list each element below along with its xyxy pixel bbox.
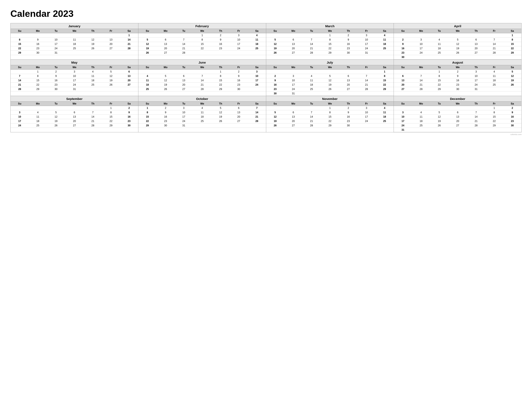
day-cell: 19 [266, 46, 284, 51]
day-cell: 14 [193, 78, 211, 83]
day-cell [248, 87, 266, 91]
day-cell: 19 [47, 119, 65, 124]
day-cell [412, 33, 430, 38]
day-cell: 22 [211, 83, 230, 87]
day-header-su: Su [11, 102, 29, 106]
day-cell: 13 [230, 110, 248, 115]
day-cell: 28 [302, 51, 321, 55]
day-cell: 15 [138, 115, 156, 119]
day-cell: 16 [339, 115, 357, 119]
day-header-sa: Sa [120, 102, 138, 106]
day-cell: 7 [302, 110, 321, 115]
day-cell: 14 [175, 42, 193, 46]
day-header-th: Th [339, 102, 357, 106]
day-cell: 13 [284, 115, 303, 119]
day-cell: 6 [156, 38, 175, 42]
day-header-sa: Sa [503, 29, 521, 33]
week-row: 1234567 [138, 106, 266, 110]
day-cell: 24 [412, 51, 430, 55]
day-cell [65, 33, 84, 38]
day-header-tu: Tu [47, 102, 65, 106]
day-cell: 8 [211, 74, 230, 78]
day-cell [65, 106, 84, 110]
day-cell [266, 33, 284, 38]
day-cell [248, 51, 266, 55]
day-cell [138, 33, 156, 38]
day-cell: 9 [29, 38, 47, 42]
day-cell: 16 [503, 115, 521, 119]
day-cell: 3 [357, 106, 376, 110]
day-cell [448, 55, 467, 59]
day-cell [266, 70, 284, 74]
day-cell: 24 [248, 83, 266, 87]
day-cell: 20 [467, 46, 485, 51]
day-header-fr: Fr [357, 65, 376, 70]
day-header-tu: Tu [430, 102, 448, 106]
day-header-su: Su [138, 65, 156, 70]
day-header-we: We [448, 102, 467, 106]
day-cell: 7 [11, 74, 29, 78]
day-cell: 4 [485, 70, 503, 74]
day-header-sa: Sa [376, 102, 394, 106]
day-cell: 11 [412, 115, 430, 119]
day-cell: 21 [175, 46, 193, 51]
day-cell: 12 [47, 115, 65, 119]
day-cell: 19 [211, 115, 230, 119]
day-cell: 20 [284, 46, 303, 51]
day-cell: 17 [357, 42, 376, 46]
day-cell: 27 [394, 87, 412, 91]
day-cell: 14 [485, 42, 503, 46]
week-row: 1 [11, 33, 138, 38]
day-cell: 18 [302, 83, 321, 87]
day-cell [412, 106, 430, 110]
day-cell: 23 [503, 119, 521, 124]
day-cell: 30 [503, 124, 521, 128]
day-cell: 24 [394, 124, 412, 128]
day-cell: 1 [430, 70, 448, 74]
day-cell: 8 [138, 110, 156, 115]
day-cell: 23 [120, 119, 138, 124]
day-cell: 17 [65, 78, 84, 83]
day-cell [211, 124, 230, 128]
day-cell: 24 [230, 46, 248, 51]
week-row: 17181920212223 [11, 119, 138, 124]
day-cell: 9 [211, 38, 230, 42]
day-cell: 18 [138, 83, 156, 87]
day-cell: 2 [211, 33, 230, 38]
day-cell: 30 [339, 51, 357, 55]
week-row: 12 [11, 106, 138, 110]
day-cell: 28 [120, 46, 138, 51]
day-cell: 30 [394, 55, 412, 59]
day-cell: 27 [120, 83, 138, 87]
day-cell [412, 128, 430, 132]
day-cell [485, 128, 503, 132]
day-header-tu: Tu [430, 65, 448, 70]
day-cell [102, 87, 120, 91]
day-cell: 12 [430, 115, 448, 119]
day-cell: 6 [120, 70, 138, 74]
day-cell: 10 [467, 74, 485, 78]
week-row: 6789101112 [394, 74, 521, 78]
day-cell: 1 [321, 33, 339, 38]
day-cell [376, 51, 394, 55]
day-cell: 12 [266, 115, 284, 119]
day-cell: 27 [339, 87, 357, 91]
day-header-fr: Fr [485, 65, 503, 70]
day-cell: 8 [321, 38, 339, 42]
day-header-su: Su [11, 65, 29, 70]
day-cell: 9 [448, 74, 467, 78]
week-row: 23242526272829 [394, 51, 521, 55]
week-row: 12131415161718 [266, 115, 394, 119]
week-row: 1 [394, 33, 521, 38]
day-cell: 17 [357, 115, 376, 119]
day-cell: 9 [266, 78, 284, 83]
day-cell: 25 [412, 124, 430, 128]
day-header-fr: Fr [230, 102, 248, 106]
month-june: JuneSuMoTuWeThFrSa1234567891011121314151… [138, 60, 266, 96]
day-header-mo: Mo [29, 65, 47, 70]
day-cell: 29 [321, 51, 339, 55]
day-header-th: Th [339, 65, 357, 70]
day-cell: 5 [102, 70, 120, 74]
week-row: 567891011 [138, 38, 266, 42]
day-cell: 29 [11, 51, 29, 55]
